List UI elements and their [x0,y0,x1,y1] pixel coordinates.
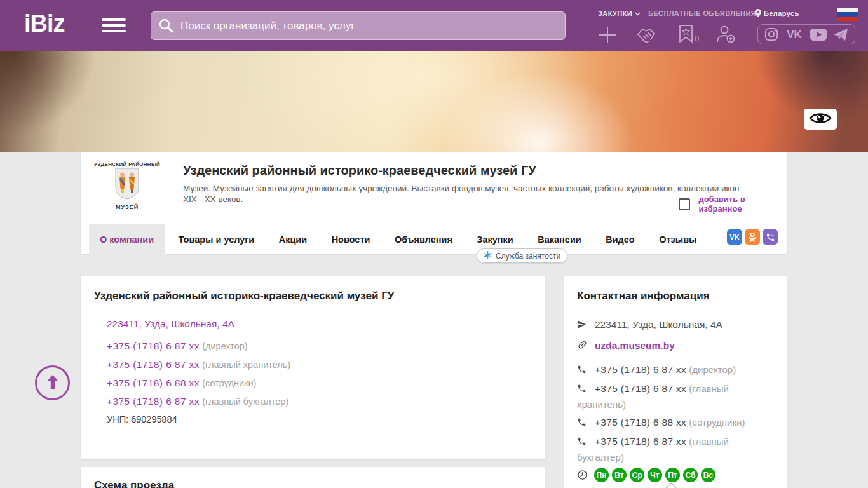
handshake-icon[interactable] [636,27,659,47]
unp-number: УНП: 690295884 [107,414,532,426]
chevron-down-icon [635,10,641,17]
tab-ads[interactable]: Объявления [384,224,463,255]
location-pin-icon [755,9,761,18]
tab-promotions[interactable]: Акции [268,224,318,255]
company-social-links: VK [727,229,778,245]
phone-icon [577,435,588,450]
phone-row: +375 (1718) 6 87 xx (директор) [107,340,532,353]
search-icon [158,18,174,36]
page: iBiz ЗАКУПКИ БЕСПЛАТНЫЕ ОБЪЯВЛЕНИЯ Белар… [0,0,868,488]
bookmarks-icon[interactable] [679,24,693,46]
company-card: УЗДЕНСКИЙ РАЙОННЫЙ МУЗЕЙ Узденский район… [81,152,787,254]
phone-row: +375 (1718) 6 87 xx (главный хранитель) [107,358,532,371]
vk-badge-icon[interactable]: VK [727,229,742,245]
scroll-top-button[interactable] [35,365,70,400]
search-input[interactable] [151,11,566,40]
site-logo[interactable]: iBiz [24,10,65,37]
navigation-arrow-icon [577,319,588,333]
odnoklassniki-badge-icon[interactable] [745,229,760,245]
phone-icon [577,416,588,431]
phone-link[interactable]: +375 (1718) 6 87 xx [595,436,686,447]
about-title: Узденский районный историко-краеведчески… [94,289,532,303]
user-register-icon[interactable] [715,25,736,46]
phone-link[interactable]: +375 (1718) 6 88 xx [595,417,686,428]
phone-link[interactable]: +375 (1718) 6 87 xx [595,383,686,394]
header-social-links: VK [757,24,855,44]
day-badge[interactable]: Сб [683,468,698,482]
header: iBiz ЗАКУПКИ БЕСПЛАТНЫЕ ОБЪЯВЛЕНИЯ Белар… [0,0,868,51]
about-card: Узденский районный историко-краеведчески… [81,276,545,459]
eye-icon [809,111,832,127]
day-badge[interactable]: Пт [665,468,680,482]
favorite-label: добавить в избранное [698,194,787,214]
add-company-icon[interactable] [598,25,617,47]
phone-row: +375 (1718) 6 87 xx (главный бухгалтер) [107,395,532,408]
svg-text:VK: VK [787,29,802,41]
accessibility-eye-button[interactable] [804,109,837,130]
about-address-link[interactable]: 223411, Узда, Школьная, 4А [107,318,234,330]
contact-address-row: 223411, Узда, Школьная, 4А [577,318,774,333]
company-description: Музеи. Музейные занятия для дошкольных у… [183,183,755,205]
clock-icon [577,470,588,480]
contact-title: Контактная информация [577,289,774,303]
contact-phone-row: +375 (1718) 6 87 xx (главный бухгалтер) [577,434,774,464]
tab-news[interactable]: Новости [321,224,381,255]
vk-icon[interactable]: VK [785,28,804,41]
viber-badge-icon[interactable] [763,229,778,245]
search-box [151,11,566,40]
contact-website-row: uzda.museum.by [577,339,774,354]
contact-card: Контактная информация 223411, Узда, Школ… [564,276,787,488]
add-to-favorites[interactable]: добавить в избранное [679,194,787,214]
youtube-icon[interactable] [810,29,827,41]
phone-link[interactable]: +375 (1718) 6 87 xx [107,396,200,407]
phone-link[interactable]: +375 (1718) 6 87 xx [107,359,200,370]
day-badge[interactable]: Ср [630,468,644,482]
phone-row: +375 (1718) 6 88 xx (сотрудники) [107,377,532,390]
nav-country[interactable]: Беларусь [755,9,799,18]
menu-icon[interactable] [102,18,126,35]
language-flag-ru[interactable] [837,8,858,21]
coat-of-arms-icon [114,191,140,202]
arrow-up-icon [46,374,60,392]
map-card: Схема проезда [81,467,545,488]
tab-about[interactable]: О компании [89,224,165,255]
weekday-badges: Пн Вт Ср Чт Пт Сб Вс [594,468,715,482]
link-icon [577,339,588,354]
instagram-icon[interactable] [764,27,778,41]
favorite-checkbox[interactable] [679,198,690,210]
day-badge[interactable]: Вс [701,468,715,482]
phone-link[interactable]: +375 (1718) 6 88 xx [107,377,200,388]
day-badge[interactable]: Пн [594,468,609,482]
day-badge[interactable]: Чт [648,468,662,482]
tab-reviews[interactable]: Отзывы [648,224,707,255]
tab-products[interactable]: Товары и услуги [168,224,266,255]
employment-service-icon [484,251,492,261]
phone-icon [577,363,588,378]
nav-procurement[interactable]: ЗАКУПКИ [598,10,641,17]
day-badge[interactable]: Вт [612,468,627,482]
telegram-icon[interactable] [833,28,848,41]
contact-phone-row: +375 (1718) 6 88 xx (сотрудники) [577,415,774,431]
phone-icon [577,383,588,397]
working-hours-row: Пн Вт Ср Чт Пт Сб Вс [577,468,774,482]
phone-link[interactable]: +375 (1718) 6 87 xx [595,364,686,375]
website-link[interactable]: uzda.museum.by [595,340,675,351]
company-name: Узденский районный историко-краеведчески… [183,163,536,178]
phone-link[interactable]: +375 (1718) 6 87 xx [107,341,200,351]
nav-free-ads[interactable]: БЕСПЛАТНЫЕ ОБЪЯВЛЕНИЯ [648,10,756,17]
bookmarks-count[interactable]: 0 [695,34,699,43]
map-title: Схема проезда [94,478,532,488]
tab-video[interactable]: Видео [595,224,646,255]
contact-phone-row: +375 (1718) 6 87 xx (директор) [577,362,774,378]
vacancy-tooltip: Служба занятости [477,248,567,263]
hero-image [0,51,868,152]
contact-phone-row: +375 (1718) 6 87 xx (главный хранитель) [577,381,774,412]
company-logo[interactable]: УЗДЕНСКИЙ РАЙОННЫЙ МУЗЕЙ [94,161,160,219]
